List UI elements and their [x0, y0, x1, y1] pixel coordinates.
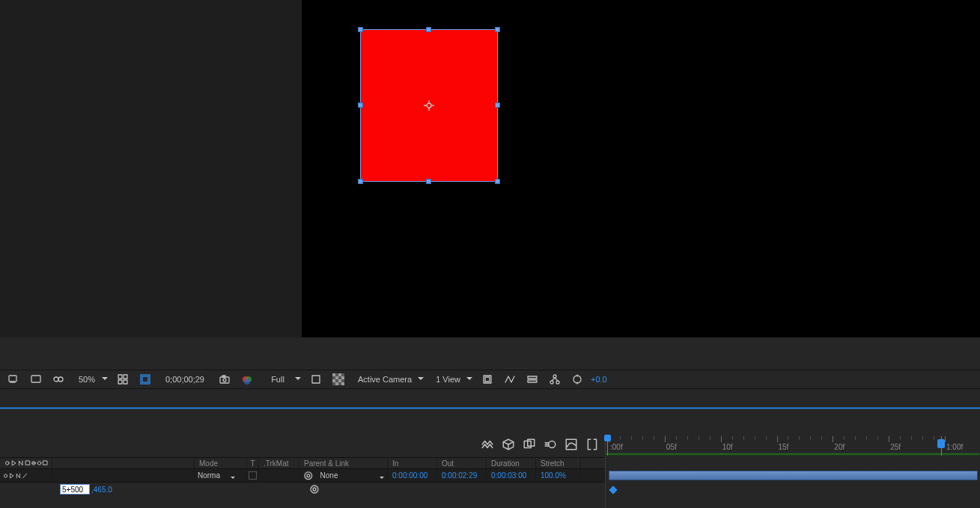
resize-handle-tr[interactable]	[495, 27, 500, 32]
svg-marker-56	[13, 461, 16, 465]
position-x-input[interactable]	[60, 484, 90, 495]
in-value[interactable]: 0:00:00:00	[392, 471, 427, 480]
svg-point-21	[244, 379, 250, 385]
svg-point-8	[54, 377, 58, 382]
svg-point-68	[313, 488, 316, 491]
exposure-value[interactable]: +0.0	[591, 372, 607, 387]
svg-rect-18	[222, 376, 225, 377]
fast-previews-icon[interactable]	[501, 372, 519, 387]
stretch-header[interactable]: Stretch	[541, 459, 564, 468]
anchor-point-icon[interactable]	[424, 100, 434, 111]
playhead-cap[interactable]	[604, 435, 611, 441]
snapshot-icon[interactable]	[216, 372, 234, 387]
resize-handle-br[interactable]	[495, 179, 500, 184]
blend-mode-dropdown[interactable]: Norma	[195, 471, 238, 480]
svg-rect-5	[9, 376, 16, 382]
blend-mode-value: Norma	[198, 471, 220, 480]
trkmat-header[interactable]: .TrkMat	[264, 459, 289, 468]
mode-header[interactable]: Mode	[199, 459, 218, 468]
ruler-tick-label: 15f	[779, 443, 789, 451]
safe-zones-icon[interactable]	[136, 372, 154, 387]
svg-rect-13	[124, 380, 127, 384]
svg-point-60	[37, 462, 41, 465]
mask-goggles-icon[interactable]	[49, 372, 67, 387]
zoom-value: 50%	[79, 375, 95, 384]
resize-handle-mr[interactable]	[495, 102, 500, 108]
time-ruler[interactable]: :00f05f10f15f20f25f1:00f	[605, 436, 980, 453]
shy-layers-icon[interactable]	[481, 438, 494, 451]
resize-handle-ml[interactable]	[358, 102, 363, 108]
svg-point-67	[311, 486, 318, 493]
resize-handle-tl[interactable]	[358, 27, 363, 32]
pickwhip-icon[interactable]	[302, 470, 314, 482]
switches-header	[0, 458, 52, 468]
resize-handle-tm[interactable]	[426, 27, 431, 32]
selected-shape[interactable]	[361, 30, 497, 181]
layer-bar[interactable]	[609, 471, 978, 480]
svg-rect-12	[118, 380, 122, 384]
layer-switches[interactable]	[0, 469, 52, 482]
flowchart-icon[interactable]	[546, 372, 564, 387]
frame-blend-icon[interactable]	[523, 438, 536, 451]
svg-rect-61	[43, 461, 47, 465]
svg-line-40	[555, 378, 558, 381]
box3d-icon[interactable]	[502, 438, 515, 451]
preserve-transparency-toggle[interactable]	[249, 471, 257, 480]
svg-line-64	[23, 474, 27, 478]
current-timecode[interactable]: 0;00;00;29	[159, 372, 211, 387]
svg-rect-33	[485, 377, 490, 382]
duration-value[interactable]: 0:00:03:00	[491, 471, 526, 480]
parent-value: None	[320, 471, 338, 480]
stretch-value[interactable]: 100.0%	[541, 471, 566, 480]
transparency-grid-icon[interactable]	[329, 372, 347, 387]
column-header-row: Mode T .TrkMat Parent & Link In Out Dura…	[0, 457, 605, 469]
layer-bar-row	[606, 469, 980, 483]
graph-editor-icon[interactable]	[564, 438, 578, 451]
roi-icon[interactable]	[307, 372, 325, 387]
t-header[interactable]: T	[250, 459, 255, 468]
svg-rect-57	[26, 461, 30, 465]
composition-viewer[interactable]	[302, 0, 980, 337]
pixel-aspect-icon[interactable]	[478, 372, 496, 387]
layer-row[interactable]: Norma None 0:00:00:00 0:00:02:29 0:00:03…	[0, 469, 605, 483]
zoom-dropdown[interactable]: 50%	[72, 372, 109, 387]
comp-end-cap[interactable]	[937, 439, 945, 448]
bracket-icon[interactable]	[585, 438, 599, 451]
views-dropdown[interactable]: 1 View	[430, 372, 474, 387]
layout-icon[interactable]	[114, 372, 132, 387]
svg-point-65	[305, 472, 312, 480]
out-value[interactable]: 0:00:02:29	[442, 471, 477, 480]
out-header[interactable]: Out	[442, 459, 454, 468]
parent-dropdown[interactable]: None	[317, 471, 387, 480]
svg-rect-11	[124, 375, 127, 379]
channels-icon[interactable]	[238, 372, 256, 387]
parent-header[interactable]: Parent & Link	[304, 459, 349, 468]
timeline-bars-area[interactable]	[605, 456, 980, 508]
ruler-tick-label: 10f	[722, 443, 733, 451]
resize-handle-bl[interactable]	[358, 179, 363, 184]
svg-point-62	[4, 474, 7, 477]
ruler-tick-label: 20f	[834, 443, 844, 451]
svg-rect-29	[338, 379, 341, 382]
expression-pickwhip-icon[interactable]	[308, 483, 320, 495]
resolution-dropdown[interactable]: Full	[261, 372, 302, 387]
svg-point-66	[307, 474, 310, 477]
reset-exposure-icon[interactable]	[568, 372, 586, 387]
resize-handle-bm[interactable]	[426, 179, 431, 184]
resolution-value: Full	[271, 375, 284, 384]
magnify-icon[interactable]	[4, 372, 22, 387]
timeline-panel: :00f05f10f15f20f25f1:00f Mode T .TrkMat …	[0, 409, 980, 508]
display-icon[interactable]	[27, 372, 45, 387]
ruler-tick-label: 25f	[890, 443, 901, 451]
svg-rect-27	[341, 376, 344, 379]
timeline-icon[interactable]	[523, 372, 541, 387]
duration-header[interactable]: Duration	[491, 459, 520, 468]
svg-point-9	[58, 377, 63, 382]
ruler-tick-label: 1:00f	[946, 443, 963, 451]
svg-line-45	[503, 442, 508, 444]
camera-dropdown[interactable]: Active Camera	[352, 372, 425, 387]
keyframe-icon[interactable]	[609, 486, 617, 494]
motion-blur-icon[interactable]	[544, 438, 557, 451]
in-header[interactable]: In	[392, 459, 398, 468]
position-y-value[interactable]: ,465.0	[91, 486, 112, 494]
